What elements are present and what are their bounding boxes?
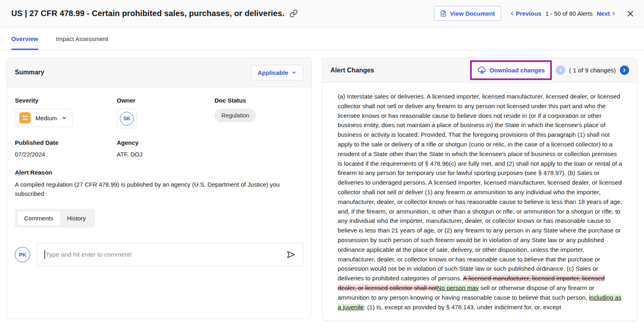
severity-value: Medium (35, 115, 57, 121)
header-actions: View Document Previous 1 - 50 of 80 Aler… (434, 6, 634, 21)
comment-placeholder: Type and hit enter to comment! (46, 251, 132, 258)
user-avatar: PK (15, 247, 30, 262)
alert-changes-header: Alert Changes Download changes ( 1 of 9 … (322, 58, 637, 83)
doc-status-badge: Regulation (215, 109, 256, 122)
changes-pager-label: ( 1 of 9 changes) (569, 67, 616, 74)
agency-value: ATF, DOJ (117, 151, 215, 158)
severity-dropdown[interactable]: Medium (15, 109, 73, 127)
summary-card-body: Severity Medium Owner SK Doc Status Regu (7, 87, 312, 276)
comment-input[interactable]: Type and hit enter to comment! (37, 243, 303, 266)
published-date-label: Published Date (15, 139, 117, 146)
comments-history-switch: Comments History (15, 209, 95, 228)
download-changes-label: Download changes (490, 67, 545, 74)
view-document-label: View Document (450, 10, 495, 17)
agency-label: Agency (117, 139, 215, 146)
alert-changes-title: Alert Changes (330, 67, 374, 74)
previous-button[interactable]: Previous (509, 10, 541, 17)
doc-status-field: Doc Status Regulation (215, 97, 303, 129)
download-changes-button[interactable]: Download changes (477, 66, 545, 75)
tab-history[interactable]: History (60, 211, 93, 225)
next-button[interactable]: Next (597, 10, 617, 17)
severity-label: Severity (15, 97, 117, 104)
send-icon[interactable] (286, 250, 296, 259)
published-date-field: Published Date 07/22/2024 (15, 139, 117, 158)
main-content: Summary Applicable Severity Medium Owner (0, 50, 644, 321)
copy-link-icon[interactable] (289, 9, 298, 18)
view-document-button[interactable]: View Document (434, 6, 501, 21)
agency-field: Agency ATF, DOJ (117, 139, 215, 158)
alerts-pager: Previous 1 - 50 of 80 Alerts Next (509, 10, 617, 17)
summary-card-header: Summary Applicable (7, 58, 312, 87)
chevron-down-icon (291, 70, 297, 75)
severity-medium-icon (19, 112, 31, 123)
text-caret (44, 250, 45, 259)
published-date-value: 07/22/2024 (15, 151, 117, 158)
owner-avatar: SK (120, 112, 134, 125)
severity-field: Severity Medium (15, 97, 117, 129)
tab-impact-assessment[interactable]: Impact Assessment (56, 27, 108, 50)
owner-label: Owner (117, 97, 215, 104)
changes-text: (a) Interstate sales or deliveries. A li… (322, 83, 637, 312)
owner-selector[interactable]: SK (117, 109, 137, 129)
close-icon[interactable] (626, 10, 634, 18)
alert-reason-field: Alert Reason A compiled regulation (27 C… (15, 169, 303, 198)
alert-reason-label: Alert Reason (15, 169, 303, 176)
document-icon (440, 10, 447, 17)
comment-row: PK Type and hit enter to comment! (15, 243, 303, 266)
owner-field: Owner SK (117, 97, 215, 129)
alerts-count: 1 - 50 of 80 Alerts (545, 10, 593, 17)
summary-title: Summary (15, 69, 44, 76)
alert-header: US | 27 CFR 478.99 - Certain prohibited … (0, 0, 644, 27)
chevron-left-icon (509, 10, 515, 16)
previous-change-icon[interactable] (556, 66, 565, 75)
alert-reason-text: A compiled regulation (27 CFR 478.99) is… (15, 180, 303, 198)
applicable-dropdown[interactable]: Applicable (251, 65, 303, 80)
page-title: US | 27 CFR 478.99 - Certain prohibited … (11, 9, 285, 18)
next-change-icon[interactable] (620, 66, 629, 75)
doc-status-label: Doc Status (215, 97, 303, 104)
annotation-highlight-box: Download changes (470, 60, 552, 80)
chevron-down-icon (62, 115, 67, 121)
tab-overview[interactable]: Overview (11, 27, 38, 50)
chevron-right-icon (611, 10, 617, 16)
tab-comments[interactable]: Comments (17, 211, 60, 225)
alert-changes-card: Alert Changes Download changes ( 1 of 9 … (322, 58, 638, 321)
summary-card: Summary Applicable Severity Medium Owner (6, 58, 312, 319)
cloud-download-icon (477, 66, 486, 75)
tabs-bar: Overview Impact Assessment (0, 27, 644, 50)
